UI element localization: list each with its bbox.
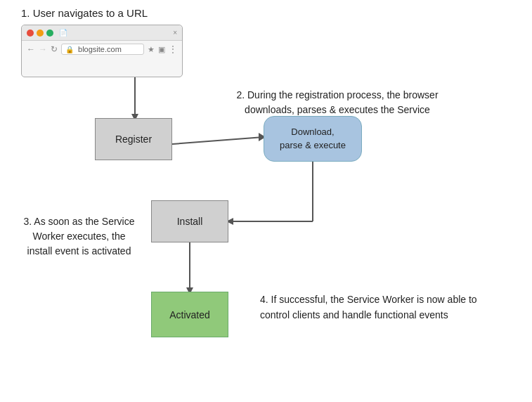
tab-label: 📄 [59,29,170,37]
install-label: Install [177,216,203,227]
back-icon: ← [27,44,35,54]
register-box: Register [95,118,172,160]
browser-dot-red [27,30,34,37]
star-icon: ★ [148,45,155,54]
cast-icon: ▣ [158,45,165,54]
svg-line-2 [172,137,264,144]
activated-box: Activated [151,292,228,337]
activated-label: Activated [169,309,210,320]
browser-toolbar: 📄 × [22,25,182,41]
install-box: Install [151,200,228,242]
address-input[interactable]: 🔒 blogsite.com [61,44,144,55]
diagram-container: 1. User navigates to a URL 📄 × ← → ↻ 🔒 b… [0,0,532,402]
browser-dot-yellow [37,30,44,37]
browser-dot-green [46,30,53,37]
browser-mockup: 📄 × ← → ↻ 🔒 blogsite.com ★ ▣ ⋮ [21,25,183,77]
download-box: Download, parse & execute [264,116,362,162]
download-label: Download, parse & execute [280,126,346,151]
register-label: Register [115,134,152,145]
browser-address-bar: ← → ↻ 🔒 blogsite.com ★ ▣ ⋮ [22,41,182,58]
step4-label: 4. If successful, the Service Worker is … [260,292,478,323]
step3-label: 3. As soon as the Service Worker execute… [21,214,137,259]
menu-icon: ⋮ [169,44,177,54]
forward-icon: → [39,44,47,54]
close-tab-icon: × [173,29,177,37]
url-text: blogsite.com [78,45,122,53]
reload-icon: ↻ [51,44,58,54]
step1-label: 1. User navigates to a URL [21,7,148,19]
